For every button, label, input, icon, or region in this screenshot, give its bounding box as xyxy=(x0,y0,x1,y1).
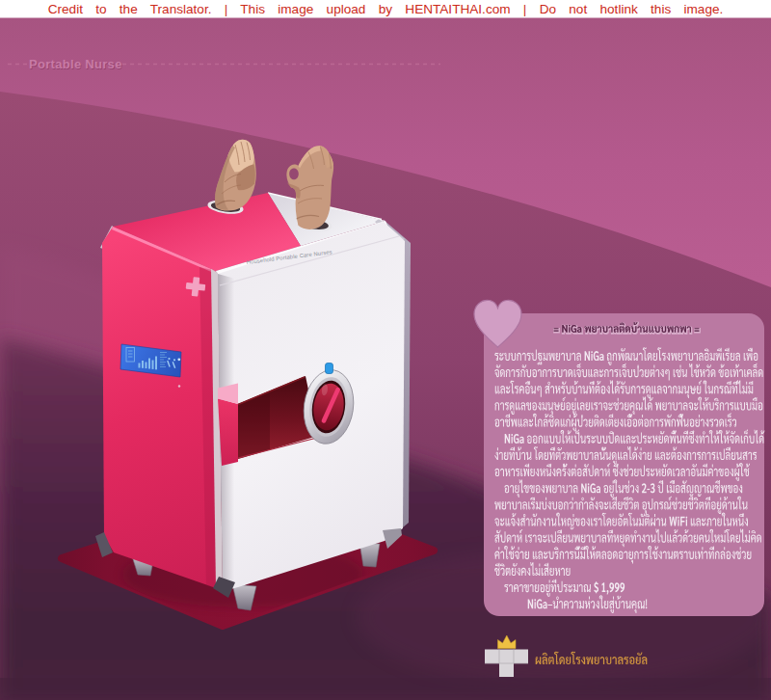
svg-text:Credit to the Translator. | Th: Credit to the Translator. | This image u… xyxy=(48,2,724,16)
svg-text:Portable Nurse: Portable Nurse xyxy=(29,57,122,71)
